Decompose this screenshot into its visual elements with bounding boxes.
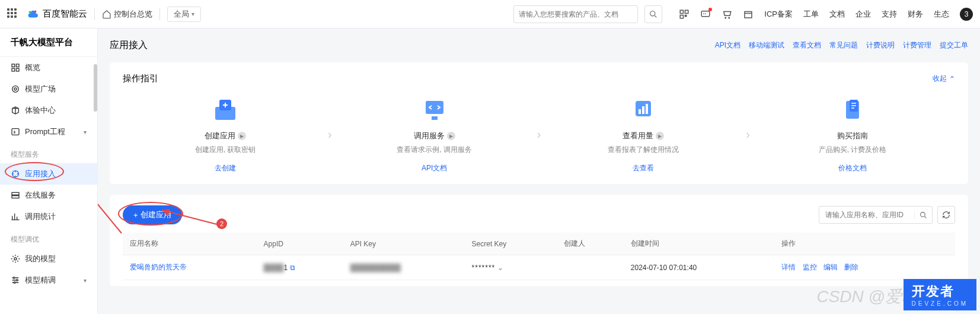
global-selector[interactable]: 全局 ▾ <box>167 7 201 22</box>
global-label: 全局 <box>174 9 189 20</box>
chevron-down-icon: ▾ <box>84 129 87 135</box>
grid-icon <box>11 63 20 72</box>
icp-link[interactable]: ICP备案 <box>764 9 793 20</box>
filter-search-button[interactable] <box>914 211 932 219</box>
op-detail[interactable]: 详情 <box>781 263 796 271</box>
link-submit-ticket[interactable]: 提交工单 <box>940 40 968 50</box>
step-link-api[interactable]: API文档 <box>422 163 447 173</box>
step-link-pricing[interactable]: 价格文档 <box>838 163 867 173</box>
sidebar-item-label: 在线服务 <box>25 190 56 201</box>
reveal-icon[interactable]: ⌄ <box>497 264 503 272</box>
call-service-icon <box>420 96 449 122</box>
chevron-up-icon: ⌃ <box>949 75 955 83</box>
avatar[interactable]: 3 <box>960 8 973 21</box>
sidebar-item-my-models[interactable]: 我的模型 <box>0 248 97 269</box>
sliders-icon <box>11 275 20 285</box>
svg-rect-20 <box>12 196 19 198</box>
time-cell: 2024-07-10 07:01:40 <box>624 255 775 280</box>
link-pricing-info[interactable]: 计费说明 <box>866 40 895 50</box>
sidebar-item-prompt[interactable]: Prompt工程 ▾ <box>0 121 97 142</box>
nav-eco[interactable]: 生态 <box>934 9 949 20</box>
step-title-label: 购买指南 <box>837 131 868 141</box>
step-link-create[interactable]: 去创建 <box>215 163 236 173</box>
sidebar-item-model-square[interactable]: 模型广场 <box>0 78 97 100</box>
search-button[interactable] <box>644 5 662 23</box>
link-faq[interactable]: 常见问题 <box>829 40 858 50</box>
chevron-down-icon: ▾ <box>191 11 194 17</box>
sidebar-item-fine-tune[interactable]: 模型精调 ▾ <box>0 269 97 291</box>
step-desc: 查看报表了解使用情况 <box>541 145 746 155</box>
sidebar-item-online[interactable]: 在线服务 <box>0 185 97 206</box>
nav-finance[interactable]: 财务 <box>908 9 923 20</box>
op-monitor[interactable]: 监控 <box>803 263 817 271</box>
step-link-view[interactable]: 去查看 <box>633 163 654 173</box>
terminal-icon <box>11 127 20 137</box>
step-call-service: 调用服务▶ 查看请求示例, 调用服务 API文档 <box>332 95 537 173</box>
svg-rect-4 <box>685 10 688 13</box>
sidebar-item-label: 体验中心 <box>25 105 56 116</box>
step-desc: 产品购买, 计费及价格 <box>750 145 955 155</box>
step-title-label: 查看用量 <box>623 131 653 141</box>
sidebar-title: 千帆大模型平台 <box>0 28 97 57</box>
col-time: 创建时间 <box>624 233 775 255</box>
svg-point-2 <box>650 11 655 15</box>
message-icon[interactable] <box>700 9 711 20</box>
creator-cell <box>557 255 624 280</box>
nav-workorder[interactable]: 工单 <box>803 9 819 20</box>
console-home-link[interactable]: 控制台总览 <box>102 9 152 20</box>
cube-icon <box>11 106 20 115</box>
collapse-button[interactable]: 收起 ⌃ <box>933 74 955 84</box>
chevron-down-icon: ▾ <box>84 277 87 284</box>
divider <box>94 8 95 20</box>
app-launcher-icon[interactable] <box>7 8 19 20</box>
sidebar-item-label: Prompt工程 <box>25 126 65 137</box>
nav-docs[interactable]: 文档 <box>829 9 845 20</box>
box-icon[interactable] <box>743 9 754 20</box>
cart-icon[interactable] <box>722 9 732 20</box>
appid-suffix: 1 <box>284 264 288 272</box>
sidebar-item-app-access[interactable]: 应用接入 <box>0 163 97 185</box>
link-mobile-test[interactable]: 移动端测试 <box>749 40 784 50</box>
op-delete[interactable]: 删除 <box>844 263 858 271</box>
play-icon[interactable]: ▶ <box>238 132 246 140</box>
page-links: API文档 移动端测试 查看文档 常见问题 计费说明 计费管理 提交工单 <box>715 40 968 50</box>
svg-rect-12 <box>16 64 19 67</box>
brand-name: 百度智能云 <box>43 8 87 20</box>
copy-icon[interactable]: ⧉ <box>290 264 295 272</box>
link-pricing-mgmt[interactable]: 计费管理 <box>903 40 931 50</box>
step-desc: 查看请求示例, 调用服务 <box>332 145 537 155</box>
apikey-blurred: ██████████ <box>350 264 401 272</box>
svg-point-35 <box>921 212 925 217</box>
refresh-button[interactable] <box>937 206 955 224</box>
global-search[interactable] <box>513 5 638 23</box>
play-icon[interactable]: ▶ <box>447 132 455 140</box>
create-app-icon <box>210 96 240 122</box>
svg-rect-11 <box>12 64 15 67</box>
filter-box[interactable] <box>819 206 933 224</box>
search-input[interactable] <box>519 10 633 18</box>
link-api-doc[interactable]: API文档 <box>715 40 740 50</box>
qrcode-icon[interactable] <box>679 9 689 20</box>
svg-rect-19 <box>12 192 19 195</box>
notification-dot <box>708 8 712 11</box>
svg-rect-32 <box>646 104 648 114</box>
sidebar-item-overview[interactable]: 概览 <box>0 57 97 78</box>
guide-card: 操作指引 收起 ⌃ 创建应用▶ 创建应用, 获取密钥 去创建 › 调用服务▶ 查… <box>110 62 968 184</box>
filter-input[interactable] <box>819 211 914 219</box>
link-view-doc[interactable]: 查看文档 <box>793 40 821 50</box>
sidebar-item-experience[interactable]: 体验中心 <box>0 100 97 121</box>
brand-logo[interactable]: 百度智能云 <box>26 8 87 21</box>
usage-icon <box>628 96 658 122</box>
sidebar-item-label: 模型精调 <box>25 275 56 286</box>
nav-support[interactable]: 支持 <box>882 9 897 20</box>
op-edit[interactable]: 编辑 <box>823 263 838 271</box>
col-creator: 创建人 <box>557 233 624 255</box>
create-app-button[interactable]: + 创建应用 <box>123 205 182 224</box>
play-icon[interactable]: ▶ <box>656 132 664 140</box>
nav-enterprise[interactable]: 企业 <box>855 9 871 20</box>
app-name-link[interactable]: 爱喝兽奶的荒天帝 <box>130 263 187 271</box>
plug-icon <box>11 169 20 179</box>
sidebar-item-stats[interactable]: 调用统计 <box>0 206 97 227</box>
svg-point-24 <box>14 282 15 284</box>
scrollbar[interactable] <box>94 64 97 112</box>
